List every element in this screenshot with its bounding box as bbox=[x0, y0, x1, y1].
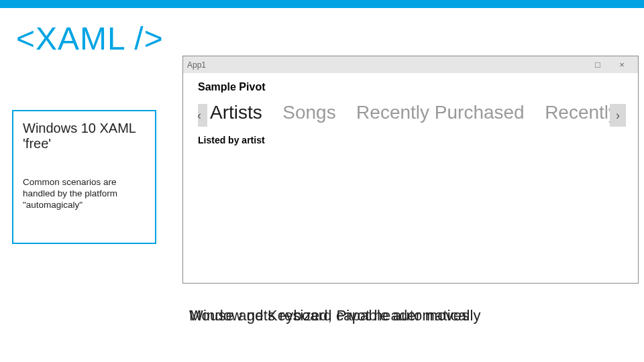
chevron-left-icon: ‹ bbox=[198, 109, 201, 123]
titlebar: App1 □ × bbox=[183, 56, 638, 73]
pivot: ‹ Artists Songs Recently Purchased Recen… bbox=[198, 103, 626, 132]
pivot-item-songs[interactable]: Songs bbox=[282, 103, 335, 123]
card-title: Windows 10 XAML 'free' bbox=[23, 121, 146, 152]
page-heading: Sample Pivot bbox=[198, 81, 626, 93]
app-window: App1 □ × Sample Pivot ‹ Artists Songs Re… bbox=[182, 56, 639, 284]
pivot-item-recently-purchased[interactable]: Recently Purchased bbox=[356, 103, 525, 123]
subheading: Listed by artist bbox=[198, 135, 626, 145]
slide-title: <XAML /> bbox=[16, 20, 644, 57]
pivot-prev-button[interactable]: ‹ bbox=[198, 104, 207, 127]
app-name: App1 bbox=[187, 60, 586, 70]
close-button[interactable]: × bbox=[610, 60, 634, 70]
pivot-next-button[interactable]: › bbox=[610, 104, 626, 127]
accent-bar bbox=[0, 0, 644, 8]
pivot-items: Artists Songs Recently Purchased Recentl… bbox=[210, 103, 626, 123]
maximize-button[interactable]: □ bbox=[586, 60, 610, 70]
caption-layer-2: Mouse and Keyboard capable automatically bbox=[189, 307, 481, 324]
app-content: Sample Pivot ‹ Artists Songs Recently Pu… bbox=[183, 73, 638, 145]
card-body: Common scenarios are handled by the plat… bbox=[23, 177, 146, 211]
info-card: Windows 10 XAML 'free' Common scenarios … bbox=[12, 110, 156, 244]
pivot-item-artists[interactable]: Artists bbox=[210, 103, 262, 123]
chevron-right-icon: › bbox=[616, 109, 620, 123]
